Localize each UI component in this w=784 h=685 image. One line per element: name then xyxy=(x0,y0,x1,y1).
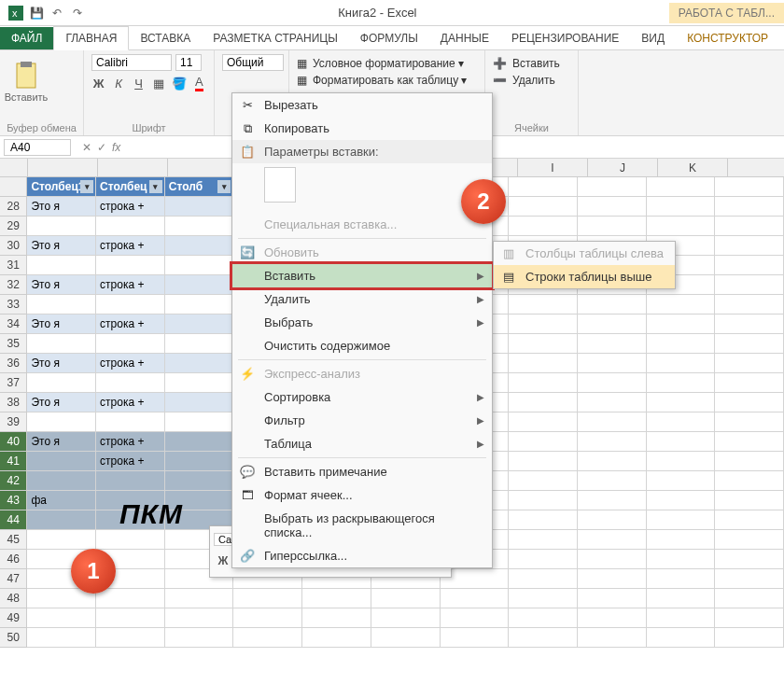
cell[interactable] xyxy=(647,569,716,589)
cell[interactable] xyxy=(578,373,647,393)
row-header[interactable]: 47 xyxy=(0,569,27,589)
table-header[interactable]: Столб▾ xyxy=(165,177,234,197)
fx-icon[interactable]: fx xyxy=(112,141,120,154)
tab-layout[interactable]: РАЗМЕТКА СТРАНИЦЫ xyxy=(202,27,349,49)
cell[interactable] xyxy=(715,530,784,550)
table-cell[interactable] xyxy=(165,452,234,471)
table-cell[interactable] xyxy=(165,334,234,354)
cell[interactable] xyxy=(715,275,784,295)
cell[interactable] xyxy=(96,628,165,648)
cell[interactable] xyxy=(233,608,302,628)
cell[interactable] xyxy=(647,412,716,432)
ctx-hyperlink[interactable]: 🔗Гиперссылка... xyxy=(232,544,492,567)
row-header[interactable]: 34 xyxy=(0,315,27,334)
filter-dropdown-icon[interactable]: ▾ xyxy=(149,180,162,193)
cell[interactable] xyxy=(715,550,784,569)
cell[interactable] xyxy=(509,217,578,236)
cell[interactable] xyxy=(371,608,441,628)
table-cell[interactable] xyxy=(27,452,96,471)
table-cell[interactable] xyxy=(165,236,234,256)
cell[interactable] xyxy=(509,491,578,510)
cell[interactable] xyxy=(647,315,716,334)
cell[interactable] xyxy=(302,608,371,628)
ctx-dropdown[interactable]: Выбрать из раскрывающегося списка... xyxy=(232,507,492,544)
table-cell[interactable] xyxy=(165,275,234,295)
table-cell[interactable] xyxy=(96,295,165,315)
row-header[interactable]: 36 xyxy=(0,354,27,373)
cell[interactable] xyxy=(578,452,647,471)
ctx-clear[interactable]: Очистить содержимое xyxy=(232,334,492,357)
table-cell[interactable] xyxy=(27,510,96,530)
underline-button[interactable]: Ч xyxy=(132,75,146,91)
cell[interactable] xyxy=(647,628,716,648)
table-cell[interactable] xyxy=(165,354,234,373)
table-cell[interactable]: Это я xyxy=(27,197,96,217)
cell[interactable] xyxy=(165,628,234,648)
cell[interactable] xyxy=(509,530,578,550)
select-all-corner[interactable] xyxy=(0,159,28,177)
cell[interactable] xyxy=(647,491,716,510)
cell[interactable] xyxy=(578,608,647,628)
table-cell[interactable] xyxy=(165,373,234,393)
cell[interactable] xyxy=(578,471,647,491)
save-icon[interactable]: 💾 xyxy=(28,5,45,21)
cell[interactable] xyxy=(509,334,578,354)
cell[interactable] xyxy=(715,295,784,315)
cell[interactable] xyxy=(578,432,647,452)
cell[interactable] xyxy=(441,589,510,608)
cell[interactable] xyxy=(715,608,784,628)
cell[interactable] xyxy=(233,628,302,648)
table-cell[interactable]: Это я xyxy=(27,432,96,452)
cell[interactable] xyxy=(509,608,578,628)
tab-data[interactable]: ДАННЫЕ xyxy=(429,27,500,49)
borders-button[interactable]: ▦ xyxy=(151,75,165,91)
row-header[interactable] xyxy=(0,177,27,197)
enter-icon[interactable]: ✓ xyxy=(97,141,106,154)
cell[interactable] xyxy=(509,589,578,608)
cell[interactable] xyxy=(647,354,716,373)
cell[interactable] xyxy=(715,393,784,412)
cell[interactable] xyxy=(509,510,578,530)
table-cell[interactable] xyxy=(27,334,96,354)
row-header[interactable]: 49 xyxy=(0,608,27,628)
cell[interactable] xyxy=(647,530,716,550)
table-cell[interactable] xyxy=(27,217,96,236)
cell[interactable] xyxy=(509,315,578,334)
cell[interactable] xyxy=(715,589,784,608)
col-header[interactable] xyxy=(98,159,168,176)
table-cell[interactable] xyxy=(96,373,165,393)
cell[interactable] xyxy=(578,217,647,236)
cell[interactable] xyxy=(578,197,647,217)
table-cell[interactable] xyxy=(27,412,96,432)
cell[interactable] xyxy=(578,354,647,373)
mini-bold[interactable]: Ж xyxy=(214,552,232,570)
cell[interactable] xyxy=(165,589,234,608)
cell[interactable] xyxy=(647,393,716,412)
table-cell[interactable] xyxy=(96,256,165,275)
cell[interactable] xyxy=(578,510,647,530)
cell[interactable] xyxy=(647,608,716,628)
cell[interactable] xyxy=(578,393,647,412)
table-header[interactable]: Столбец▾ xyxy=(96,177,165,197)
delete-cell-button[interactable]: ➖Удалить xyxy=(493,73,570,88)
cell[interactable] xyxy=(715,236,784,256)
numfmt-select[interactable]: Общий xyxy=(222,54,284,71)
cell[interactable] xyxy=(578,569,647,589)
cell[interactable] xyxy=(509,452,578,471)
table-cell[interactable]: строка + xyxy=(96,315,165,334)
cell[interactable] xyxy=(509,295,578,315)
table-cell[interactable] xyxy=(96,334,165,354)
cell[interactable] xyxy=(27,608,96,628)
cell[interactable] xyxy=(578,589,647,608)
cell[interactable] xyxy=(302,589,371,608)
cell[interactable] xyxy=(578,412,647,432)
cell[interactable] xyxy=(27,628,96,648)
cell[interactable] xyxy=(96,530,165,550)
cell[interactable] xyxy=(441,608,510,628)
cell[interactable] xyxy=(715,354,784,373)
cell[interactable] xyxy=(647,471,716,491)
cell[interactable] xyxy=(509,432,578,452)
row-header[interactable]: 33 xyxy=(0,295,27,315)
table-header[interactable]: Столбец1▾ xyxy=(27,177,96,197)
ctx-sort[interactable]: Сортировка▶ xyxy=(232,385,492,409)
